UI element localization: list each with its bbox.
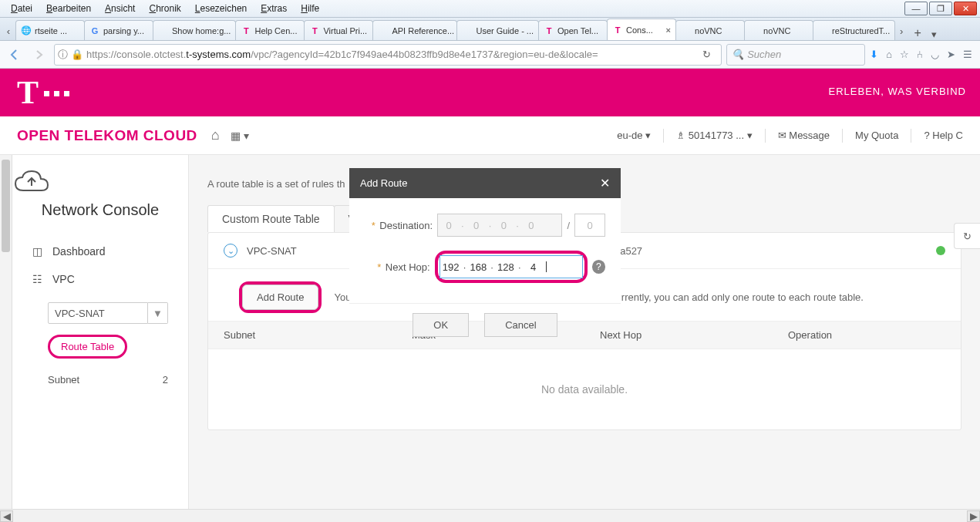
tab-label: User Guide - ...	[476, 26, 534, 35]
url-text: https://console.otctest.t-systems.com/vp…	[86, 49, 692, 60]
tab-5[interactable]: API Reference...	[372, 20, 457, 40]
tab-scroll-left[interactable]: ‹	[2, 22, 15, 40]
library-icon[interactable]: ⑃	[917, 49, 923, 60]
console-title: OPEN TELEKOM CLOUD	[17, 127, 197, 144]
tab-label: Show home:g...	[172, 26, 231, 35]
help-icon[interactable]: ?	[592, 260, 605, 274]
sidebar-item-dashboard[interactable]: ◫Dashboard	[12, 237, 188, 265]
sidebar-scrollbar[interactable]	[0, 155, 12, 510]
download-icon[interactable]: ⬇	[870, 49, 878, 60]
tab-scroll-right[interactable]: ›	[894, 22, 908, 40]
vpc-icon: ☷	[29, 273, 45, 285]
os-window-chrome: Datei Bearbeiten Ansicht Chronik Lesezei…	[0, 0, 980, 18]
sidebar: Network Console ◫Dashboard ☷VPC VPC-SNAT…	[0, 155, 189, 510]
telekom-logo: T	[17, 74, 37, 111]
tab-label: API Reference...	[392, 26, 454, 35]
menu-help[interactable]: Hilfe	[295, 2, 325, 15]
blank-icon	[818, 25, 829, 36]
console-home-icon[interactable]: ⌂	[211, 127, 220, 143]
nexthop-field: * Next Hop: 192· 168· 128· 4 ?	[365, 251, 605, 283]
scroll-left-icon[interactable]: ◀	[0, 510, 13, 522]
telekom-logo-dots	[42, 87, 72, 99]
cancel-button[interactable]: Cancel	[484, 313, 557, 337]
nexthop-input[interactable]: 192· 168· 128· 4	[439, 255, 583, 278]
globe-icon: 🌐	[21, 25, 32, 36]
forward-button[interactable]	[29, 45, 49, 65]
tab-label: Open Tel...	[557, 26, 598, 35]
destination-input[interactable]: 0· 0· 0· 0	[437, 214, 562, 237]
collapse-icon[interactable]: ⌄	[224, 244, 237, 258]
modal-header: Add Route ✕	[349, 168, 621, 198]
menu-history[interactable]: Chronik	[143, 2, 187, 15]
quota-link[interactable]: My Quota	[855, 130, 898, 141]
reload-button[interactable]: ↻	[695, 49, 718, 60]
window-buttons: — ❐ ✕	[904, 2, 977, 15]
tab-9[interactable]: noVNC	[675, 20, 745, 40]
bookmark-star-icon[interactable]: ☆	[900, 49, 909, 60]
tab-8-active[interactable]: TCons...×	[607, 19, 676, 40]
tab-label: noVNC	[695, 26, 722, 35]
tab-4[interactable]: TVirtual Pri...	[304, 20, 373, 40]
ok-button[interactable]: OK	[413, 313, 469, 337]
cidr-slash: /	[562, 220, 574, 231]
sidebar-subnet-row[interactable]: Subnet 2	[48, 369, 188, 390]
tab-label: noVNC	[763, 26, 790, 35]
tab-11[interactable]: reStructuredT...	[813, 20, 895, 40]
window-minimize[interactable]: —	[904, 2, 928, 15]
info-icon[interactable]: ⓘ	[58, 48, 68, 62]
os-menubar: Datei Bearbeiten Ansicht Chronik Lesezei…	[0, 0, 980, 17]
destination-label: * Destination:	[365, 220, 437, 231]
vpc-select[interactable]: VPC-SNAT ▼	[48, 302, 188, 324]
tab-1[interactable]: Gparsing y...	[84, 20, 153, 40]
new-tab-button[interactable]: +	[908, 26, 927, 40]
home-icon[interactable]: ⌂	[886, 49, 892, 60]
sidebar-title: Network Console	[12, 201, 188, 219]
refresh-button[interactable]: ↻	[954, 223, 980, 249]
window-maximize[interactable]: ❐	[929, 2, 952, 15]
help-link[interactable]: ? Help C	[924, 130, 963, 141]
sidebar-route-table[interactable]: Route Table	[48, 335, 127, 359]
horizontal-scrollbar[interactable]: ◀ ▶	[0, 509, 980, 522]
menu-view[interactable]: Ansicht	[99, 2, 141, 15]
menu-file[interactable]: Datei	[5, 2, 39, 15]
tab-3[interactable]: THelp Cen...	[235, 20, 305, 40]
tab-7[interactable]: TOpen Tel...	[538, 20, 608, 40]
sidebar-item-label: VPC	[52, 273, 75, 285]
region-selector[interactable]: eu-de ▾	[617, 130, 651, 141]
blank-icon	[378, 25, 389, 36]
tab-10[interactable]: noVNC	[744, 20, 813, 40]
sidebar-item-vpc[interactable]: ☷VPC	[12, 265, 188, 293]
back-button[interactable]	[5, 45, 25, 65]
send-icon[interactable]: ➤	[947, 49, 955, 60]
modal-close-icon[interactable]: ✕	[600, 176, 610, 190]
blank-icon	[749, 25, 760, 36]
add-route-modal: Add Route ✕ * Destination: 0· 0· 0· 0 / …	[349, 168, 621, 346]
status-dot	[936, 246, 945, 255]
blank-icon	[681, 25, 692, 36]
address-bar[interactable]: ⓘ 🔒 https://console.otctest.t-systems.co…	[54, 44, 722, 66]
destination-mask-input[interactable]: 0	[574, 214, 605, 237]
tab-2[interactable]: Show home:g...	[153, 20, 236, 40]
nexthop-label: * Next Hop:	[365, 261, 435, 273]
tab-0[interactable]: 🌐rtseite ...	[15, 20, 85, 40]
menu-tools[interactable]: Extras	[254, 2, 293, 15]
pocket-icon[interactable]: ◡	[931, 49, 939, 60]
tab-custom-route-table[interactable]: Custom Route Table	[207, 205, 335, 232]
tab-label: parsing y...	[103, 26, 144, 35]
blank-icon	[158, 25, 169, 36]
tab-6[interactable]: User Guide - ...	[456, 20, 539, 40]
close-icon[interactable]: ×	[666, 25, 671, 35]
account-selector[interactable]: ♗ 50141773 ... ▾	[676, 130, 753, 141]
search-box[interactable]: 🔍 Suchen	[726, 44, 865, 66]
menu-bookmarks[interactable]: Lesezeichen	[189, 2, 253, 15]
chevron-down-icon[interactable]: ▼	[148, 302, 168, 324]
console-grid-icon[interactable]: ▦ ▾	[231, 130, 249, 142]
tab-list-dropdown[interactable]: ▾	[927, 29, 941, 40]
menu-edit[interactable]: Bearbeiten	[40, 2, 97, 15]
window-close[interactable]: ✕	[954, 2, 977, 15]
scroll-right-icon[interactable]: ▶	[967, 510, 980, 522]
tlogo-icon: T	[309, 25, 320, 36]
hamburger-icon[interactable]: ☰	[963, 49, 972, 60]
message-link[interactable]: ✉ Message	[778, 130, 830, 141]
add-route-button[interactable]: Add Route	[239, 281, 322, 313]
